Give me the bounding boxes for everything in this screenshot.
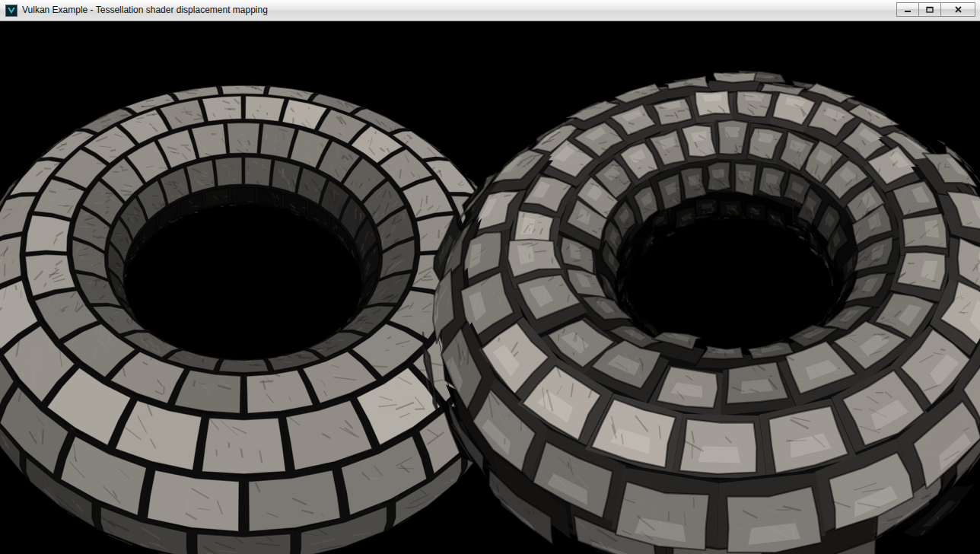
window-titlebar[interactable]: Vulkan Example - Tessellation shader dis…: [0, 0, 980, 21]
minimize-icon: [904, 6, 912, 13]
close-icon: [954, 6, 963, 13]
caption-buttons: [896, 0, 980, 21]
maximize-icon: [926, 6, 934, 13]
window-title: Vulkan Example - Tessellation shader dis…: [22, 5, 268, 15]
maximize-button[interactable]: [918, 2, 941, 17]
app-window: Vulkan Example - Tessellation shader dis…: [0, 0, 980, 554]
minimize-button[interactable]: [896, 2, 919, 17]
close-button[interactable]: [940, 2, 975, 17]
vulkan-render-viewport[interactable]: [0, 21, 980, 554]
app-icon: [5, 5, 18, 17]
